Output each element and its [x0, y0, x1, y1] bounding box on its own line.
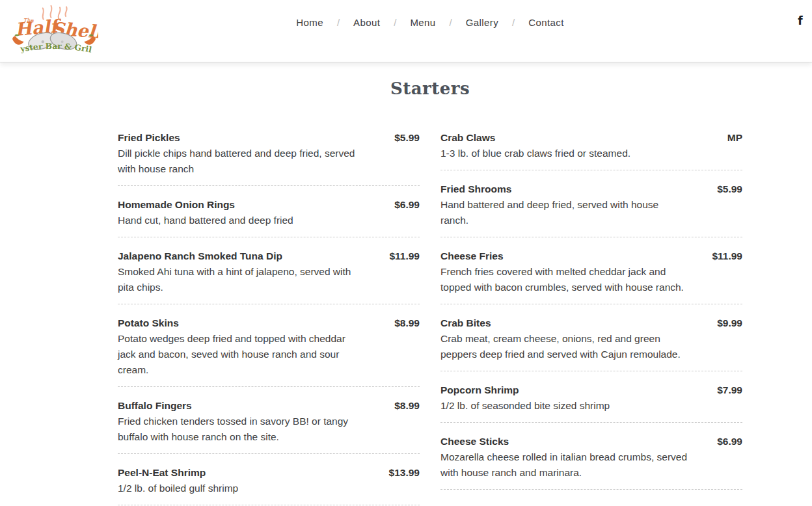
item-price: $9.99 — [717, 315, 742, 331]
item-price: $11.99 — [389, 248, 420, 264]
menu-item-crab-bites: Crab Bites $9.99 Crab meat, cream cheese… — [440, 304, 742, 371]
item-description: Hand battered and deep fried, served wit… — [440, 197, 688, 228]
item-price: $6.99 — [717, 434, 742, 449]
item-name: Jalapeno Ranch Smoked Tuna Dip — [118, 248, 282, 264]
item-description: 1/2 lb. of seasonded bite sized shrimp — [440, 398, 688, 414]
item-name: Fried Pickles — [118, 130, 180, 146]
item-name: Popcorn Shrimp — [440, 382, 519, 398]
nav-separator: / — [394, 17, 396, 28]
item-description: Mozarella cheese rolled in italian bread… — [440, 449, 688, 481]
menu-column-left: Fried Pickles $5.99 Dill pickle chips ha… — [118, 119, 420, 505]
item-name: Potato Skins — [118, 315, 179, 331]
menu-item-fried-pickles: Fried Pickles $5.99 Dill pickle chips ha… — [118, 119, 420, 186]
item-name: Cheese Sticks — [440, 434, 509, 449]
item-price: $13.99 — [389, 465, 420, 481]
menu-item-peel-n-eat-shrimp: Peel-N-Eat Shrimp $13.99 1/2 lb. of boil… — [118, 454, 420, 505]
nav-item-about[interactable]: About — [353, 17, 380, 28]
item-name: Peel-N-Eat Shrimp — [118, 465, 206, 481]
item-name: Buffalo Fingers — [118, 398, 192, 414]
item-description: Fried chicken tenders tossed in savory B… — [118, 414, 365, 445]
item-description: 1/2 lb. of boiled gulf shrimp — [118, 481, 365, 496]
section-title: Starters — [118, 77, 742, 100]
menu-item-cheese-fries: Cheese Fries $11.99 French fries covered… — [440, 237, 742, 304]
nav-separator: / — [512, 17, 515, 28]
item-price: $7.99 — [717, 382, 742, 398]
logo-half-shell[interactable]: The Half Shell Oy — [10, 3, 98, 57]
main-nav: Home / About / Menu / Gallery / Contact — [296, 0, 563, 44]
item-description: Smoked Ahi tuna with a hint of jalapeno,… — [118, 264, 365, 295]
menu-item-potato-skins: Potato Skins $8.99 Potato wedges deep fr… — [118, 304, 420, 387]
item-name: Crab Bites — [440, 315, 491, 331]
menu-item-homemade-onion-rings: Homemade Onion Rings $6.99 Hand cut, han… — [118, 186, 420, 237]
menu-item-crab-claws: Crab Claws MP 1-3 lb. of blue crab claws… — [440, 119, 742, 170]
item-description: Crab meat, cream cheese, onions, red and… — [440, 331, 688, 362]
nav-item-gallery[interactable]: Gallery — [466, 17, 498, 28]
menu-item-jalapeno-ranch-smoked-tuna-dip: Jalapeno Ranch Smoked Tuna Dip $11.99 Sm… — [118, 237, 420, 304]
menu-column-right: Crab Claws MP 1-3 lb. of blue crab claws… — [440, 119, 742, 505]
nav-item-home[interactable]: Home — [296, 17, 323, 28]
menu-item-buffalo-fingers: Buffalo Fingers $8.99 Fried chicken tend… — [118, 387, 420, 454]
logo-graphic: The Half Shell Oy — [10, 3, 98, 57]
item-description: 1-3 lb. of blue crab claws fried or stea… — [440, 146, 688, 161]
menu-item-fried-shrooms: Fried Shrooms $5.99 Hand battered and de… — [440, 170, 742, 237]
menu-section: Starters Fried Pickles $5.99 Dill pickle… — [118, 62, 742, 505]
facebook-icon[interactable]: f — [794, 14, 807, 27]
item-description: French fries covered with melted cheddar… — [440, 264, 688, 295]
item-price: $11.99 — [712, 248, 742, 264]
item-price: $8.99 — [394, 315, 420, 331]
item-price: $6.99 — [394, 197, 420, 213]
nav-item-contact[interactable]: Contact — [528, 17, 564, 28]
nav-separator: / — [337, 17, 340, 28]
menu-item-cheese-sticks: Cheese Sticks $6.99 Mozarella cheese rol… — [440, 423, 742, 490]
menu-item-popcorn-shrimp: Popcorn Shrimp $7.99 1/2 lb. of seasonde… — [440, 371, 742, 423]
item-description: Dill pickle chips hand battered and deep… — [118, 146, 365, 177]
item-name: Cheese Fries — [440, 248, 504, 264]
nav-separator: / — [450, 17, 452, 28]
item-price: $5.99 — [717, 181, 742, 197]
item-price: MP — [727, 130, 742, 146]
menu-grid: Fried Pickles $5.99 Dill pickle chips ha… — [118, 119, 742, 505]
nav-item-menu[interactable]: Menu — [410, 17, 435, 28]
item-price: $5.99 — [394, 130, 420, 146]
item-name: Fried Shrooms — [440, 181, 511, 197]
item-name: Crab Claws — [440, 130, 495, 146]
item-description: Potato wedges deep fried and topped with… — [118, 331, 365, 378]
item-name: Homemade Onion Rings — [118, 197, 235, 213]
site-header: The Half Shell Oy — [0, 0, 812, 62]
item-description: Hand cut, hand battered and deep fried — [118, 213, 365, 228]
item-price: $8.99 — [394, 398, 420, 414]
